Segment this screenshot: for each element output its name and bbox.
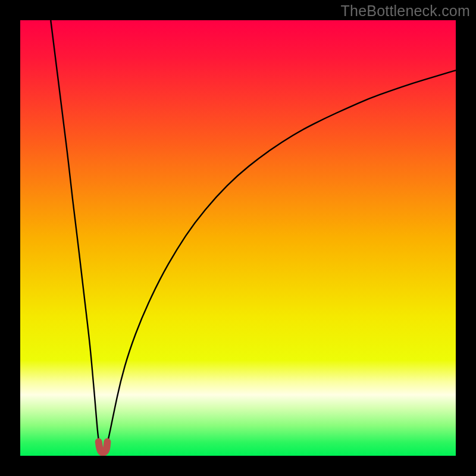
chart-frame: TheBottleneck.com — [0, 0, 476, 476]
plot-area — [20, 20, 456, 456]
watermark-text: TheBottleneck.com — [341, 2, 470, 20]
bottleneck-chart — [20, 20, 456, 456]
chart-background — [20, 20, 456, 456]
